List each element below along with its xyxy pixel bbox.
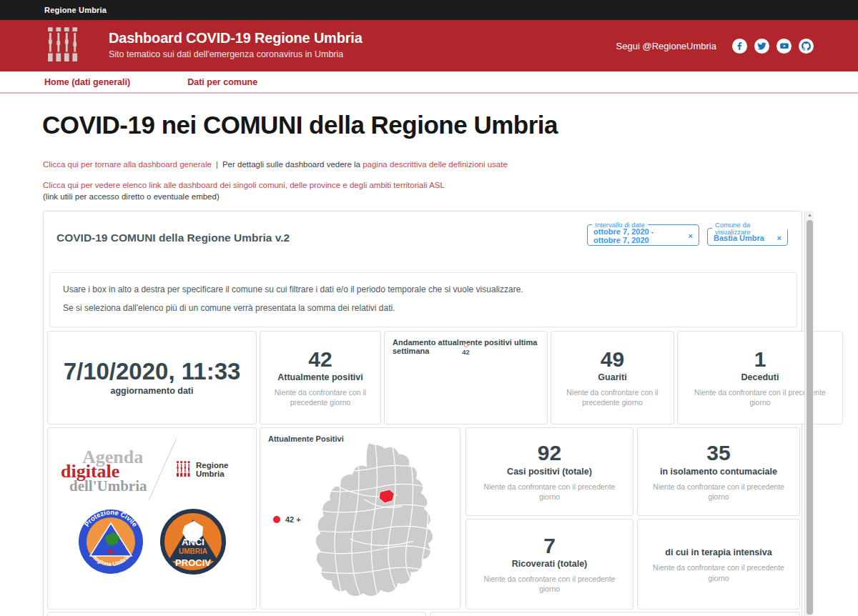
dashboard-embed: COVID-19 COMUNI della Regione Umbria v.2… [43,211,802,616]
isolamento-label: in isolamento contumaciale [660,467,777,477]
deceduti-label: Deceduti [741,372,779,382]
usage-info-line1: Usare i box in alto a destra per specifi… [63,284,784,294]
isolamento-value: 35 [706,442,730,465]
comune-filter-value[interactable]: Bastia Umbra [714,234,764,242]
card-map-attualmente-positivi: Attualmente Positivi [260,427,460,610]
logo-divider-slash [149,438,177,500]
card-aggiornamento-dati: 7/10/2020, 11:33 aggiornamento dati [47,331,257,424]
casi-positivi-note: Niente da confrontare con il precedente … [479,482,620,502]
card-partner-logos: Agenda digitale dell'Umbria Regione Umbr… [47,427,257,610]
casi-positivi-value: 92 [538,442,561,465]
date-range-filter-value[interactable]: ottobre 7, 2020 - ottobre 7, 2020 [593,227,683,244]
usage-info-line2: Se si seleziona dall'elenco più di un co… [63,303,784,313]
terapia-intensiva-note: Niente da confrontare con il precedente … [651,562,786,582]
attualmente-positivi-note: Niente da confrontare con il precedente … [273,387,368,407]
guariti-value: 49 [601,348,624,371]
site-header: Dashboard COVID-19 Regione Umbria Sito t… [0,20,858,71]
regione-umbria-bars-icon [177,458,190,481]
links-row-2: Clicca qui per vedere elenco link alle d… [43,180,445,202]
site-subtitle: Sito tematico sui dati dell'emergenza co… [109,49,363,59]
card-guariti: 49 Guariti Niente da confrontare con il … [551,331,674,424]
details-prefix-text: Per dettagli sulle dashboard vedere la [222,160,360,169]
svg-text:PROCIV: PROCIV [175,557,211,568]
link-pagina-definizioni[interactable]: pagina descrittiva delle definizioni usa… [363,160,508,169]
date-range-clear-icon[interactable]: × [689,232,693,240]
top-government-bar: Regione Umbria [0,0,858,20]
ricoverati-label: Ricoverati (totale) [512,559,588,569]
attualmente-positivi-label: Attualmente positivi [277,372,363,382]
card-casi-positivi: 92 Casi positivi (totale) Niente da conf… [465,427,633,516]
comune-filter[interactable]: Comune da visualizzare Bastia Umbra × [707,222,788,246]
updated-datetime-label: aggiornamento dati [111,386,194,396]
agenda-digitale-logo: Agenda digitale dell'Umbria [61,448,147,494]
github-icon[interactable] [799,39,814,54]
facebook-icon[interactable] [732,39,747,54]
dashboard-title: COVID-19 COMUNI della Regione Umbria v.2 [56,232,290,244]
legend-label: 42 + [285,515,301,524]
nav-item-home[interactable]: Home (dati generali) [44,77,130,87]
anci-umbria-prociv-logo: ANCI UMBRIA PROCIV [160,509,226,577]
deceduti-value: 1 [754,348,766,371]
comune-clear-icon[interactable]: × [777,234,781,242]
casi-positivi-label: Casi positivi (totale) [507,467,592,477]
site-title: Dashboard COVID-19 Regione Umbria [109,30,363,46]
legend-dot-icon [273,516,280,523]
map-legend: 42 + [273,515,301,524]
card-isolamento: 35 in isolamento contumaciale Niente da … [637,427,800,516]
embed-scrollbar[interactable]: ▲ [804,211,814,616]
partial-card-next-row-right [430,612,800,616]
regione-umbria-color-logo: Regione Umbria [177,458,256,481]
topbar-brand-link[interactable]: Regione Umbria [44,6,107,14]
nav-item-dati-per-comune[interactable]: Dati per comune [187,77,257,87]
date-range-filter[interactable]: Intervallo di date ottobre 7, 2020 - ott… [587,222,699,246]
link-elenco-dashboard[interactable]: Clicca qui per vedere elenco link alle d… [43,181,445,189]
datapoint-label: 42 [462,348,470,356]
svg-text:UMBRIA: UMBRIA [179,547,207,555]
twitter-icon[interactable] [754,39,769,54]
main-nav: Home (dati generali) Dati per comune [0,71,858,94]
links-separator: | [216,160,218,169]
ricoverati-note: Niente da confrontare con il precedente … [479,574,620,594]
guariti-label: Guariti [598,372,626,382]
page-title: COVID-19 nei COMUNI della Regione Umbria [42,111,558,139]
card-terapia-intensiva: di cui in terapia intensiva Niente da co… [637,519,800,610]
follow-label: Segui @RegioneUmbria [616,41,716,51]
scrollbar-up-arrow-icon[interactable]: ▲ [805,211,814,219]
link-elenco-note: (link utili per accesso diretto o eventu… [43,192,220,201]
umbria-comuni-map [302,439,453,602]
card-attualmente-positivi: 42 Attualmente positivi Niente da confro… [260,331,381,424]
guariti-note: Niente da confrontare con il precedente … [564,387,661,407]
attualmente-positivi-value: 42 [308,348,332,371]
partial-card-next-row-left [47,612,426,616]
svg-text:ANCI: ANCI [182,537,204,547]
card-ricoverati: 7 Ricoverati (totale) Niente da confront… [465,519,633,610]
youtube-icon[interactable] [776,39,792,54]
datapoint-marker-icon [463,343,468,347]
updated-datetime-value: 7/10/2020, 11:33 [64,359,241,384]
isolamento-note: Niente da confrontare con il precedente … [651,482,786,502]
protezione-civile-logo: Protezione Civile Regione Umbria [78,509,144,577]
regione-umbria-logo-icon [48,27,78,67]
regione-logo-label: Regione Umbria [196,461,256,478]
trend-chart-title: Andamento attualmente positivi ultima se… [393,338,547,355]
scrollbar-thumb[interactable] [807,220,813,615]
agenda-logo-line3: dell'Umbria [69,479,147,494]
terapia-intensiva-label: di cui in terapia intensiva [665,547,771,557]
usage-info-box: Usare i box in alto a destra per specifi… [49,272,797,327]
trend-chart-datapoint: 42 [462,343,470,356]
card-deceduti: 1 Deceduti Niente da confrontare con il … [677,331,843,424]
link-dashboard-generale[interactable]: Clicca qui per tornare alla dashboard ge… [43,160,212,169]
ricoverati-value: 7 [543,535,556,557]
links-row: Clicca qui per tornare alla dashboard ge… [43,160,508,169]
card-trend-chart: Andamento attualmente positivi ultima se… [384,331,548,424]
